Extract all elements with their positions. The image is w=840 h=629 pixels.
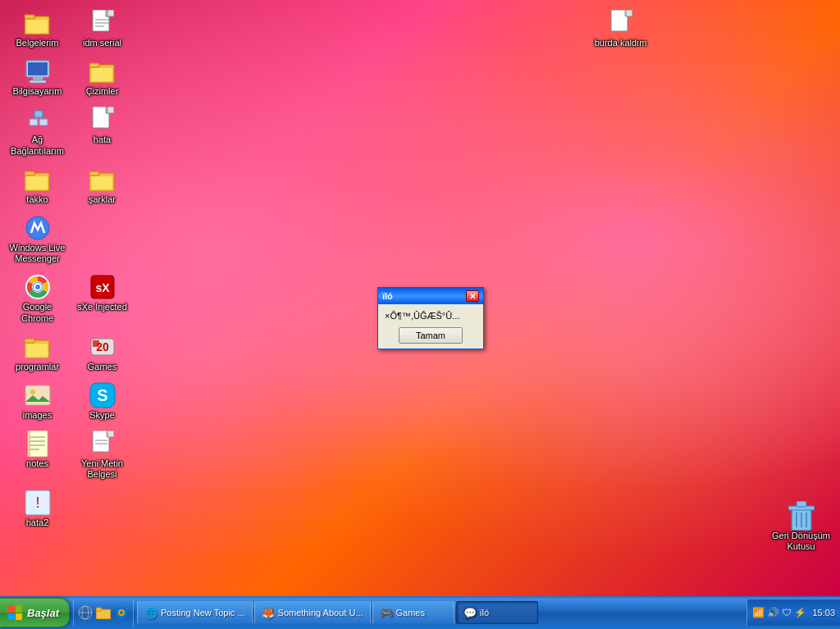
svg-rect-43 [93,340,99,347]
icon-takko[interactable]: takko [7,163,68,208]
icon-takko-label: takko [26,194,48,205]
icon-burda-kaldim-label: burda kaldım [595,38,647,48]
icon-notes[interactable]: notes [7,427,68,483]
icon-hata-label: hata [94,134,111,145]
svg-point-45 [30,390,35,394]
tray-icon-sound[interactable]: 🔊 [767,607,779,618]
icon-row-images: images S Skype [7,379,146,424]
tray-icon-other[interactable]: ⚡ [794,607,806,618]
taskbar-buttons: 🌐 Posting New Topic ... 🦊 Something Abou… [134,601,746,624]
icon-images-label: images [23,410,52,421]
icon-messenger-label: Windows Live Messenger [8,243,66,264]
tray-icon-security[interactable]: 🛡 [782,607,792,618]
icon-cizimler[interactable]: Çizimler [71,55,133,100]
icon-bilgisayarim[interactable]: Bilgisayarım [7,55,68,100]
svg-point-35 [35,285,40,289]
icon-chrome-label: Google Chrome [8,302,66,323]
svg-rect-14 [89,63,99,67]
desktop: Belgelerim idm serial [0,0,840,596]
windows-logo [7,604,23,621]
icon-bilgisayarim-label: Bilgisayarım [13,86,62,97]
icon-sxe-injected[interactable]: sX sXe Injected [71,271,133,326]
ql-firefox-icon[interactable] [113,604,130,621]
taskbar-btn-games-label: Games [396,608,425,618]
dialog-title: ïló [382,291,393,301]
icon-programlar-label: programlar [16,362,59,372]
svg-rect-15 [91,68,112,81]
svg-rect-29 [91,176,112,189]
icon-row-hata: Ağ Bağlantılarım hata [7,103,146,159]
taskbar: Başlat 🌐 Posting N [0,596,840,629]
svg-rect-12 [30,80,46,83]
icon-row-programs: programlar 20 Games [7,330,146,376]
icon-cizimler-label: Çizimler [86,86,119,97]
svg-rect-74 [96,608,102,611]
svg-rect-39 [25,339,34,343]
icon-games[interactable]: 20 Games [71,330,133,376]
icon-programlar[interactable]: programlar [7,330,68,376]
icon-recycle-label: Geri Dönüşüm Kutusu [772,531,830,552]
clock: 15:03 [812,607,835,618]
icon-idm-serial[interactable]: idm serial [71,7,133,52]
icon-recycle-bin[interactable]: Geri Dönüşüm Kutusu [770,499,832,555]
taskbar-btn-ilo[interactable]: 💬 ïló [456,601,538,624]
dialog-box: ïló ✕ ×Ô¶™,ÛĜÆŠ°Û... Tamam [377,287,484,349]
dialog-message: ×Ô¶™,ÛĜÆŠ°Û... [385,311,477,321]
dialog-titlebar: ïló ✕ [378,288,483,304]
icon-sarklar[interactable]: şarklar [71,163,133,208]
taskbar-btn-posting-icon: 🌐 [144,607,158,619]
taskbar-btn-games[interactable]: 🎮 Games [372,601,454,624]
quick-launch [73,599,134,626]
icon-yeni-metin[interactable]: Yeni Metin Belgesi [71,427,133,483]
svg-rect-1 [25,15,34,19]
ql-folder-icon[interactable] [95,604,112,621]
dialog-ok-button[interactable]: Tamam [399,327,463,344]
svg-rect-63 [626,10,632,16]
svg-rect-5 [107,10,114,16]
svg-rect-48 [28,431,48,457]
taskbar-btn-posting[interactable]: 🌐 Posting New Topic ... [137,601,253,624]
icon-skype[interactable]: S Skype [71,379,133,424]
icon-belgelerim[interactable]: Belgelerim [7,7,68,52]
svg-text:sX: sX [95,281,110,294]
system-tray: 📶 🔊 🛡 ⚡ 15:03 [746,599,840,626]
dialog-close-button[interactable]: ✕ [466,290,479,302]
icon-skype-label: Skype [89,410,115,421]
svg-line-19 [34,117,39,119]
svg-rect-40 [26,344,48,357]
svg-point-77 [120,611,123,614]
taskbar-btn-ilo-label: ïló [480,608,490,618]
icon-google-chrome[interactable]: Google Chrome [7,271,68,326]
icon-row-1: Belgelerim idm serial [7,7,146,52]
icon-row-notes: notes Yeni Metin Belgesi [7,427,146,483]
svg-text:!: ! [35,495,39,511]
icon-belgelerim-label: Belgelerim [16,38,59,48]
svg-line-20 [39,117,43,119]
svg-rect-25 [25,171,34,175]
svg-rect-2 [26,20,48,33]
icon-hata2[interactable]: ! hata2 [7,486,68,531]
taskbar-btn-games-icon: 🎮 [380,607,393,619]
svg-text:S: S [97,386,107,404]
icon-windows-live[interactable]: Windows Live Messenger [7,212,68,267]
icon-ag-baglantilarim[interactable]: Ağ Bağlantılarım [7,103,68,159]
icon-notes-label: notes [26,458,48,469]
start-button[interactable]: Başlat [0,598,70,627]
icon-images[interactable]: images [7,379,68,424]
ql-ie-icon[interactable] [77,604,94,621]
taskbar-btn-something[interactable]: 🦊 Something About U... [254,601,371,624]
svg-rect-56 [107,431,114,437]
svg-rect-18 [34,111,43,117]
tray-icon-network[interactable]: 📶 [752,607,765,618]
icon-row-2a: Bilgisayarım Çizimler [7,55,146,100]
icon-row-hata2: ! hata2 [7,486,146,531]
icon-idm-serial-label: idm serial [83,38,121,48]
taskbar-btn-ilo-icon: 💬 [463,607,477,619]
icon-hata2-label: hata2 [26,517,49,528]
icon-hata[interactable]: hata [71,103,133,159]
svg-rect-16 [30,119,38,125]
svg-rect-10 [28,62,48,75]
icon-burda-kaldim[interactable]: burda kaldım [590,7,651,52]
desktop-icons: Belgelerim idm serial [7,7,146,532]
svg-rect-28 [89,171,99,175]
